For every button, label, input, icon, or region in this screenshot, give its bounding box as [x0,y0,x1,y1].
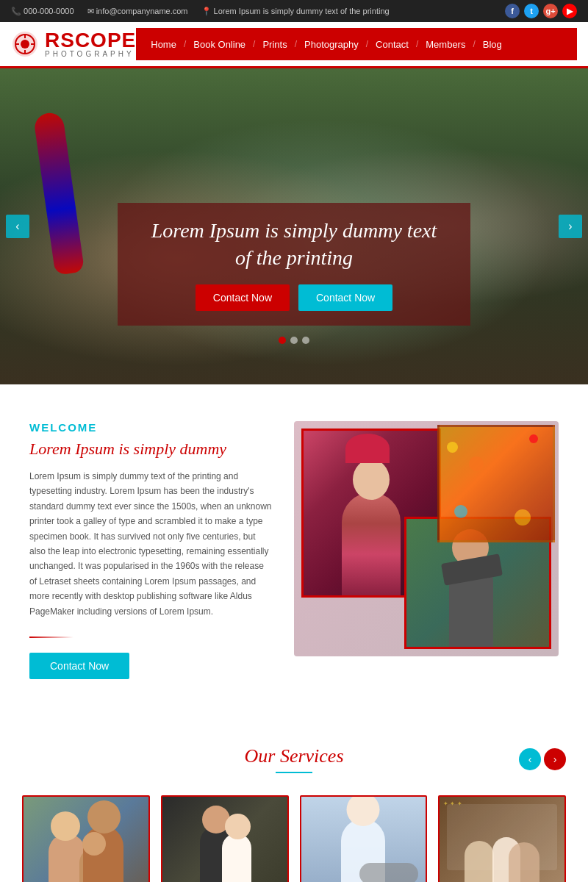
service-card-engagement-img [162,797,287,882]
welcome-section: WELCOME Lorem Ipsum is simply dummy Lore… [0,384,588,716]
phone-number: 000-000-0000 [24,7,74,15]
services-title: Our Services [244,745,343,767]
top-bar: 📞 000-000-0000 ✉ info@companyname.com 📍 … [0,0,588,22]
welcome-tag: WELCOME [29,421,272,434]
location-icon: 📍 [201,7,212,15]
svg-point-2 [21,40,29,49]
nav-contact[interactable]: Contact [368,39,416,50]
email-info: ✉ info@companyname.com [87,7,188,16]
services-header: Our Services ‹ › [22,745,566,773]
main-nav: Home / Book Online / Prints / Photograph… [136,28,577,60]
welcome-contact-btn[interactable]: Contact Now [29,653,129,679]
phone-info: 📞 000-000-0000 [11,7,74,16]
service-card-wedding-img: ✦ ✦ ✦ [440,797,564,882]
hero-section: ‹ › Lorem Ipsum is simply dummy text of … [0,68,588,384]
service-card-maternity: Maternity Photography [300,795,428,882]
collage-photo-3 [437,425,555,542]
hero-contact-btn-2[interactable]: Contact Now [298,284,392,311]
hero-dots [279,337,309,344]
logo-text: RSCOPE PHOTOGRAPHY [45,30,136,58]
welcome-left: WELCOME Lorem Ipsum is simply dummy Lore… [29,421,272,679]
googleplus-icon[interactable]: g+ [543,4,558,18]
hero-dot-1[interactable] [279,337,286,344]
email-icon: ✉ [87,7,94,15]
photo-collage [294,421,559,656]
hero-contact-btn-1[interactable]: Contact Now [196,284,290,311]
service-card-maternity-img [301,797,426,882]
service-card-wedding: ✦ ✦ ✦ Wedding Photography [438,795,566,882]
nav-members[interactable]: Members [418,39,473,50]
welcome-title: Lorem Ipsum is simply dummy [29,440,272,459]
hero-buttons: Contact Now Contact Now [147,284,441,311]
phone-icon: 📞 [11,7,21,15]
services-section: Our Services ‹ › F [0,716,588,882]
hero-prev-arrow[interactable]: ‹ [6,215,29,238]
twitter-icon[interactable]: t [524,4,539,18]
services-title-wrap: Our Services [244,745,343,773]
service-card-engagement: Engagement Photography [161,795,289,882]
youtube-icon[interactable]: ▶ [562,4,577,18]
service-card-family: Family Photography [22,795,150,882]
nav-book-online[interactable]: Book Online [186,39,253,50]
hero-overlay: Lorem Ipsum is simply dummy text of the … [118,203,470,326]
address-info: 📍 Lorem Ipsum is simply dummy text of th… [201,7,390,16]
nav-photography[interactable]: Photography [297,39,366,50]
service-card-family-img [24,797,148,882]
nav-prints[interactable]: Prints [255,39,294,50]
welcome-text: Lorem Ipsum is simply dummy text of the … [29,469,272,619]
brand-sub: PHOTOGRAPHY [45,51,136,58]
welcome-divider [29,637,74,638]
services-next-btn[interactable]: › [544,748,566,770]
welcome-right [294,421,559,656]
social-icons: f t g+ ▶ [505,4,577,18]
logo: RSCOPE PHOTOGRAPHY [11,30,136,58]
services-nav: ‹ › [519,748,566,770]
services-underline [276,772,312,773]
address-text: Lorem Ipsum is simply dummy text of the … [214,7,390,15]
top-bar-left: 📞 000-000-0000 ✉ info@companyname.com 📍 … [11,7,390,16]
hero-next-arrow[interactable]: › [559,215,582,238]
hero-dot-3[interactable] [302,337,309,344]
logo-icon [11,30,39,58]
header: RSCOPE PHOTOGRAPHY Home / Book Online / … [0,22,588,68]
services-grid: Family Photography Engagement Photograph… [22,795,566,882]
nav-blog[interactable]: Blog [476,39,509,50]
services-prev-btn[interactable]: ‹ [519,748,541,770]
hero-title: Lorem Ipsum is simply dummy text of the … [147,218,441,271]
nav-home[interactable]: Home [143,39,184,50]
brand-name: RSCOPE [45,30,136,51]
facebook-icon[interactable]: f [505,4,520,18]
email-address: info@companyname.com [96,7,188,15]
hero-dot-2[interactable] [290,337,298,344]
